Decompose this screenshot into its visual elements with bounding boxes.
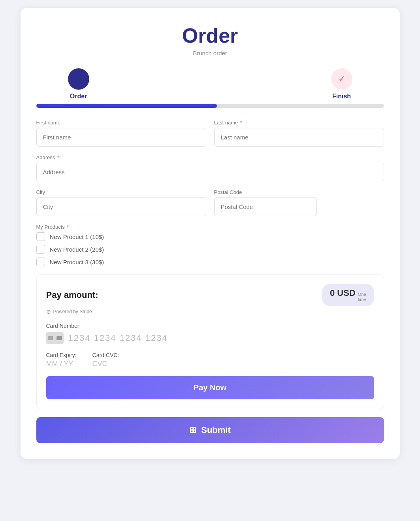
last-name-group: Last name * <box>214 120 384 147</box>
last-name-required: * <box>239 120 242 126</box>
submit-icon: ⊞ <box>189 425 196 435</box>
step-finish: ✓ Finish <box>331 68 352 100</box>
postal-code-group: Postal Code <box>214 189 384 216</box>
amount-suffix: Onetime <box>358 292 366 302</box>
payment-section: Pay amount: 0 USD Onetime ⊙ Powered by S… <box>36 274 384 409</box>
card-expiry-value: MM / YY <box>46 360 77 368</box>
product-label-2: New Product 2 (20$) <box>50 246 104 253</box>
product-label-1: New Product 1 (10$) <box>50 233 104 240</box>
pay-amount-row: Pay amount: 0 USD Onetime <box>46 284 374 306</box>
stripe-powered: ⊙ Powered by Stripe <box>46 308 374 315</box>
card-cvc-label: Card CVC: <box>92 352 119 358</box>
step-finish-label: Finish <box>332 93 351 100</box>
product-checkbox-1[interactable] <box>36 232 45 241</box>
card-number-label: Card Number: <box>46 323 374 329</box>
first-name-label: First name <box>36 120 206 126</box>
product-item-3: New Product 3 (30$) <box>36 258 384 266</box>
card-icon <box>46 332 64 344</box>
form-section: First name Last name * Address * Ci <box>36 120 384 266</box>
step-finish-circle: ✓ <box>331 68 352 90</box>
step-order: Order <box>68 68 89 100</box>
amount-value: 0 USD <box>330 288 356 298</box>
page-subtitle: Brunch order <box>36 50 384 56</box>
amount-badge: 0 USD Onetime <box>322 284 374 306</box>
first-name-input[interactable] <box>36 128 206 147</box>
last-name-label: Last name * <box>214 120 384 126</box>
page-title: Order <box>36 24 384 47</box>
city-postal-row: City Postal Code <box>36 189 384 216</box>
progress-bar-fill <box>36 104 217 108</box>
city-label: City <box>36 189 206 195</box>
products-label: My Products * <box>36 224 384 230</box>
progress-bar <box>36 104 384 108</box>
submit-label: Submit <box>201 425 231 435</box>
last-name-input[interactable] <box>214 128 384 147</box>
pay-amount-label: Pay amount: <box>46 290 98 300</box>
card-number-row: 1234 1234 1234 1234 <box>46 332 374 344</box>
card-number-value: 1234 1234 1234 1234 <box>68 333 168 343</box>
step-order-circle <box>68 68 89 90</box>
checkmark-icon: ✓ <box>338 74 345 84</box>
name-row: First name Last name * <box>36 120 384 147</box>
stripe-label: Powered by Stripe <box>53 309 92 314</box>
product-checkbox-2[interactable] <box>36 245 45 254</box>
card-cvc-value: CVC <box>92 360 119 368</box>
first-name-group: First name <box>36 120 206 147</box>
address-input[interactable] <box>36 163 384 181</box>
address-label: Address * <box>36 154 384 160</box>
card-expiry-label: Card Expiry: <box>46 352 77 358</box>
products-section: My Products * New Product 1 (10$) New Pr… <box>36 224 384 266</box>
shield-icon: ⊙ <box>46 308 51 315</box>
product-checkbox-3[interactable] <box>36 258 45 266</box>
address-group: Address * <box>36 154 384 181</box>
card-details-row: Card Expiry: MM / YY Card CVC: CVC <box>46 352 374 368</box>
card-expiry-group: Card Expiry: MM / YY <box>46 352 77 368</box>
products-required: * <box>66 224 69 230</box>
product-label-3: New Product 3 (30$) <box>50 259 104 265</box>
address-required: * <box>56 154 59 160</box>
page-container: Order Brunch order Order ✓ Finish First … <box>21 8 400 459</box>
city-input[interactable] <box>36 197 206 216</box>
steps-container: Order ✓ Finish <box>36 68 384 100</box>
card-cvc-group: Card CVC: CVC <box>92 352 119 368</box>
postal-code-label: Postal Code <box>214 189 384 195</box>
step-order-label: Order <box>70 93 87 100</box>
submit-button[interactable]: ⊞ Submit <box>36 417 384 443</box>
postal-code-input[interactable] <box>214 197 317 216</box>
product-item-2: New Product 2 (20$) <box>36 245 384 254</box>
product-item-1: New Product 1 (10$) <box>36 232 384 241</box>
address-row: Address * <box>36 154 384 181</box>
pay-now-button[interactable]: Pay Now <box>46 376 374 399</box>
city-group: City <box>36 189 206 216</box>
